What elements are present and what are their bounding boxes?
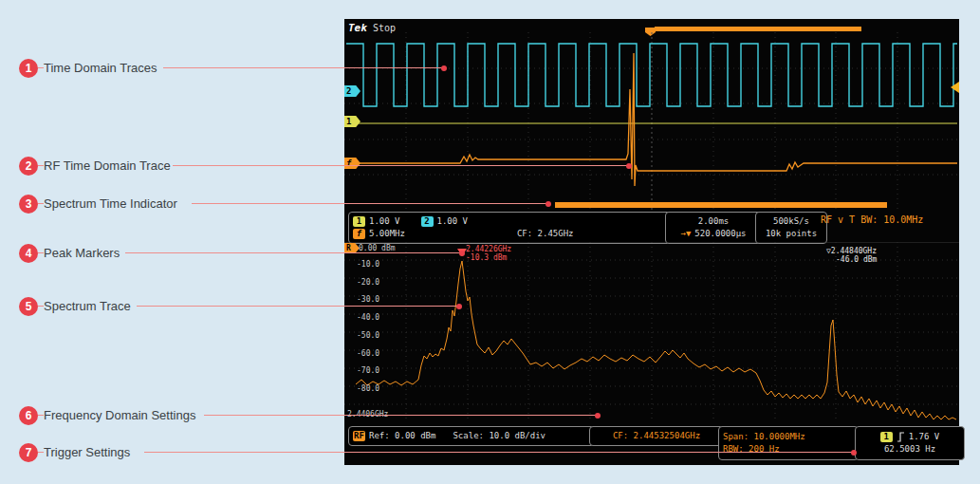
rf-vertical-scale: Scale: 10.0 dB/div bbox=[453, 430, 545, 442]
callout-number-7: 7 bbox=[19, 443, 38, 462]
peak-marker-1-readout: 2.44226GHz -10.3 dBm bbox=[466, 245, 511, 262]
sample-rate: 500kS/s bbox=[773, 215, 809, 228]
trigger-level: 1.76 V bbox=[909, 431, 940, 443]
peak-marker-2-readout: ▽2.44840GHz -46.0 dBm bbox=[826, 247, 877, 264]
db-tick-label: -50.0 bbox=[357, 331, 379, 340]
callout-target-dot-6 bbox=[595, 413, 601, 419]
spectrum-grid bbox=[344, 242, 959, 422]
callout-label-7: Trigger Settings bbox=[44, 445, 130, 459]
peak-marker-1-amplitude: -10.3 dBm bbox=[466, 253, 511, 262]
annotated-scope-figure: TekStop 2 1 f 1 1.00 V 2 1.00 V bbox=[0, 0, 980, 484]
callout-line-1 bbox=[163, 67, 444, 68]
trigger-source-badge: 1 bbox=[880, 432, 893, 442]
time-grid bbox=[344, 32, 959, 211]
callout-number-4: 4 bbox=[19, 244, 38, 263]
timebase-readout-box: 2.00ms →▼ 520.0000µs bbox=[665, 212, 762, 244]
callout-line-5 bbox=[137, 306, 459, 307]
center-frequency-box: CF: 2.44532504GHz bbox=[589, 426, 724, 446]
peak-marker-2-amplitude: -46.0 dBm bbox=[826, 255, 877, 264]
channel-readout-box: 1 1.00 V 2 1.00 V f 5.00MHz CF: 2.45GHz bbox=[348, 212, 671, 244]
delay-time: 520.0000µs bbox=[694, 228, 746, 240]
acquisition-record-bar bbox=[655, 27, 861, 31]
timebase-scale: 2.00ms bbox=[698, 215, 730, 228]
callout-label-1: Time Domain Traces bbox=[44, 61, 157, 75]
callout-target-dot-5 bbox=[456, 304, 462, 309]
callout-target-dot-2 bbox=[626, 163, 632, 169]
peak-marker-2-frequency: 2.44840GHz bbox=[831, 247, 877, 255]
delay-marker-icon: →▼ bbox=[680, 228, 691, 240]
callout-label-5: Spectrum Trace bbox=[44, 299, 131, 313]
ch2-scale: 1.00 V bbox=[437, 215, 469, 228]
trigger-slope-icon bbox=[897, 432, 905, 442]
callout-number-3: 3 bbox=[19, 195, 38, 214]
rf-ref-level: Ref: 0.00 dBm bbox=[369, 430, 435, 442]
time-domain-graticule bbox=[344, 32, 959, 211]
ch1-badge: 1 bbox=[353, 216, 365, 227]
callout-target-dot-7 bbox=[851, 450, 857, 456]
callout-line-4 bbox=[125, 252, 462, 253]
record-length: 10k points bbox=[766, 228, 817, 240]
callout-number-6: 6 bbox=[19, 406, 38, 425]
rf-vs-time-bandwidth-readout: RF v T BW: 10.0MHz bbox=[821, 214, 923, 225]
center-frequency: CF: 2.44532504GHz bbox=[613, 430, 700, 442]
db-tick-label: -60.0 bbox=[357, 349, 379, 358]
callout-line-7 bbox=[144, 452, 854, 453]
spectrum-time-indicator bbox=[555, 202, 887, 208]
ref-level-label: 0.00 dBm bbox=[359, 244, 396, 252]
spectrum-trace bbox=[356, 261, 956, 419]
callout-label-4: Peak Markers bbox=[44, 246, 120, 260]
db-tick-label: -20.0 bbox=[357, 278, 379, 287]
callout-line-6 bbox=[204, 415, 598, 416]
rf-badge: RF bbox=[353, 431, 365, 441]
rf-badge: f bbox=[353, 229, 365, 239]
ch2-badge: 2 bbox=[421, 216, 434, 227]
trigger-frequency: 62.5003 Hz bbox=[884, 443, 935, 456]
callout-label-6: Frequency Domain Settings bbox=[44, 408, 195, 422]
center-frequency-readout: CF: 2.45GHz bbox=[517, 228, 574, 240]
acquisition-readout-box: 500kS/s 10k points bbox=[755, 212, 827, 244]
rbw-readout: RBW: 200 Hz bbox=[723, 443, 780, 456]
callout-label-3: Spectrum Time Indicator bbox=[44, 196, 177, 211]
callout-target-dot-3 bbox=[545, 201, 551, 207]
callout-label-2: RF Time Domain Trace bbox=[44, 158, 171, 173]
trigger-level-arrow-icon bbox=[951, 82, 959, 93]
oscilloscope-screen: TekStop 2 1 f 1 1.00 V 2 1.00 V bbox=[344, 19, 959, 465]
db-tick-label: -10.0 bbox=[357, 260, 379, 269]
rf-reference-readout-box: RF Ref: 0.00 dBm Scale: 10.0 dB/div bbox=[348, 426, 595, 446]
callout-number-2: 2 bbox=[19, 157, 38, 176]
ch1-scale: 1.00 V bbox=[369, 215, 400, 228]
db-tick-label: -70.0 bbox=[357, 366, 379, 375]
db-tick-label: -30.0 bbox=[357, 295, 379, 304]
span-readout: Span: 10.0000MHz bbox=[723, 431, 805, 443]
callout-number-1: 1 bbox=[19, 59, 38, 78]
db-tick-label: -80.0 bbox=[357, 384, 379, 393]
db-tick-label: -40.0 bbox=[357, 313, 379, 322]
callout-line-3 bbox=[192, 203, 548, 204]
trigger-settings-box: 1 1.76 V 62.5003 Hz bbox=[855, 426, 965, 460]
span-rbw-box: Span: 10.0000MHz RBW: 200 Hz bbox=[718, 426, 859, 460]
callout-target-dot-4 bbox=[459, 251, 465, 256]
callout-number-5: 5 bbox=[19, 297, 38, 316]
rf-scale: 5.00MHz bbox=[369, 228, 405, 240]
callout-line-2 bbox=[173, 165, 629, 166]
spectrum-graticule bbox=[344, 242, 959, 422]
peak-marker-1-frequency: 2.44226GHz bbox=[466, 245, 511, 253]
callout-target-dot-1 bbox=[441, 65, 447, 71]
